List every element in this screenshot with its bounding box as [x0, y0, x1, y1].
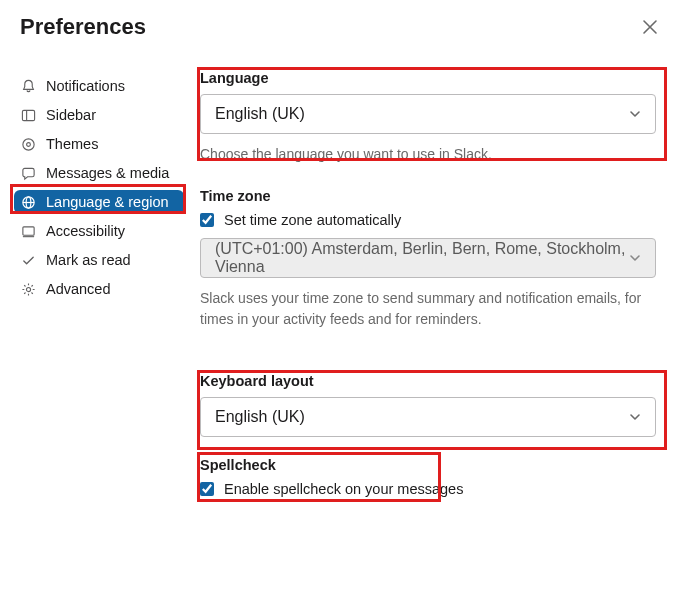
svg-point-2 — [22, 138, 33, 149]
sidebar-item-accessibility[interactable]: Accessibility — [14, 219, 184, 243]
themes-icon — [20, 136, 36, 152]
language-section: Language English (UK) Choose the languag… — [200, 70, 676, 164]
timezone-title: Time zone — [200, 188, 676, 204]
sidebar-item-label: Language & region — [46, 194, 169, 210]
timezone-auto-row[interactable]: Set time zone automatically — [200, 212, 676, 228]
spellcheck-title: Spellcheck — [200, 457, 676, 473]
sidebar-item-label: Sidebar — [46, 107, 96, 123]
page-title: Preferences — [20, 14, 146, 40]
language-helper: Choose the language you want to use in S… — [200, 144, 670, 164]
sidebar-item-advanced[interactable]: Advanced — [14, 277, 184, 301]
globe-icon — [20, 194, 36, 210]
keyboard-section: Keyboard layout English (UK) — [200, 373, 676, 437]
spellcheck-label: Enable spellcheck on your messages — [224, 481, 463, 497]
keyboard-select[interactable]: English (UK) — [200, 397, 656, 437]
sidebar: Notifications Sidebar Themes Messages & … — [0, 58, 184, 521]
sidebar-item-label: Messages & media — [46, 165, 169, 181]
language-select[interactable]: English (UK) — [200, 94, 656, 134]
svg-rect-0 — [22, 110, 34, 120]
sidebar-item-label: Accessibility — [46, 223, 125, 239]
svg-point-3 — [26, 142, 30, 146]
sidebar-item-sidebar[interactable]: Sidebar — [14, 103, 184, 127]
close-icon — [642, 19, 658, 35]
check-icon — [20, 252, 36, 268]
sidebar-item-messages[interactable]: Messages & media — [14, 161, 184, 185]
spellcheck-section: Spellcheck Enable spellcheck on your mes… — [200, 457, 676, 497]
gear-icon — [20, 281, 36, 297]
chevron-down-icon — [629, 411, 641, 423]
timezone-helper: Slack uses your time zone to send summar… — [200, 288, 670, 329]
accessibility-icon — [20, 223, 36, 239]
keyboard-value: English (UK) — [215, 408, 305, 426]
bell-icon — [20, 78, 36, 94]
sidebar-item-label: Notifications — [46, 78, 125, 94]
chevron-down-icon — [629, 108, 641, 120]
chevron-down-icon — [629, 252, 641, 264]
sidebar-icon — [20, 107, 36, 123]
sidebar-item-themes[interactable]: Themes — [14, 132, 184, 156]
sidebar-item-label: Mark as read — [46, 252, 131, 268]
sidebar-item-markread[interactable]: Mark as read — [14, 248, 184, 272]
timezone-value: (UTC+01:00) Amsterdam, Berlin, Bern, Rom… — [215, 240, 629, 276]
keyboard-title: Keyboard layout — [200, 373, 676, 389]
close-button[interactable] — [642, 19, 658, 35]
sidebar-item-language[interactable]: Language & region — [14, 190, 184, 214]
timezone-auto-checkbox[interactable] — [200, 213, 214, 227]
language-value: English (UK) — [215, 105, 305, 123]
spellcheck-checkbox[interactable] — [200, 482, 214, 496]
timezone-select: (UTC+01:00) Amsterdam, Berlin, Bern, Rom… — [200, 238, 656, 278]
sidebar-item-label: Themes — [46, 136, 98, 152]
spellcheck-row[interactable]: Enable spellcheck on your messages — [200, 481, 676, 497]
sidebar-item-label: Advanced — [46, 281, 111, 297]
timezone-auto-label: Set time zone automatically — [224, 212, 401, 228]
svg-rect-7 — [22, 226, 33, 234]
sidebar-item-notifications[interactable]: Notifications — [14, 74, 184, 98]
message-icon — [20, 165, 36, 181]
language-title: Language — [200, 70, 676, 86]
svg-point-9 — [26, 287, 30, 291]
content-pane: Language English (UK) Choose the languag… — [184, 58, 680, 521]
timezone-section: Time zone Set time zone automatically (U… — [200, 188, 676, 329]
